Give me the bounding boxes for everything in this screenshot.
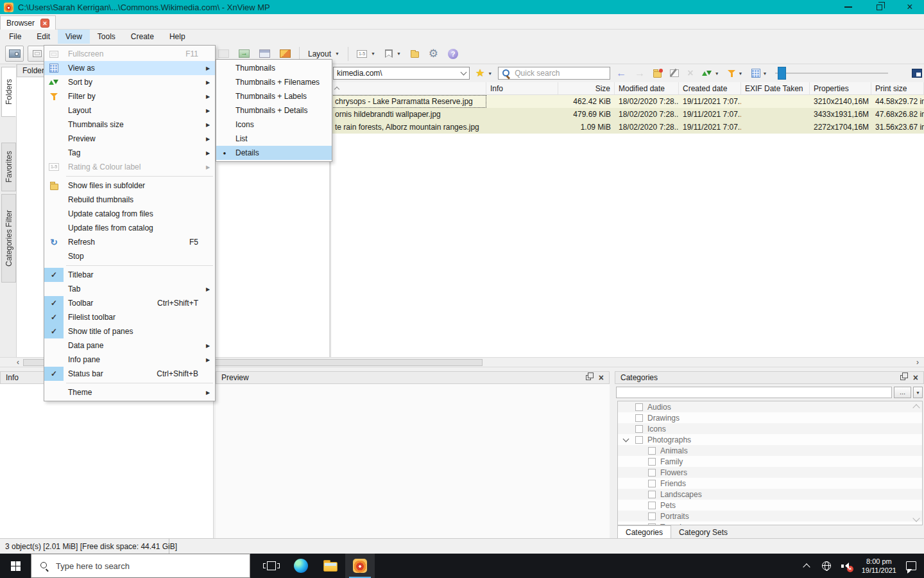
category-item-portraits[interactable]: Portraits	[618, 511, 922, 521]
sidebar-tab-folders[interactable]: Folders	[1, 67, 16, 117]
scroll-left-icon[interactable]: ‹	[13, 358, 23, 367]
taskbar-search-input[interactable]	[56, 561, 241, 571]
minimize-button[interactable]	[843, 0, 853, 14]
menu-item-show-files-in-subfolder[interactable]: Show files in subfolder	[44, 179, 215, 193]
checkbox[interactable]	[648, 491, 656, 498]
image-edit-button[interactable]	[278, 48, 292, 59]
menu-item-rebuild-thumbnails[interactable]: Rebuild thumbnails	[44, 193, 215, 207]
category-item-family[interactable]: Family	[618, 456, 922, 467]
tab-browser[interactable]: Browser ×	[0, 15, 56, 30]
column-header-properties[interactable]: Properties	[810, 82, 871, 94]
menubar-item-view[interactable]: View	[58, 30, 90, 44]
file-row[interactable]: te rain forests, Alborz mountain ranges.…	[331, 121, 924, 134]
action-center-button[interactable]	[906, 561, 916, 570]
close-icon[interactable]: ×	[913, 373, 918, 382]
column-header-info[interactable]: Info	[486, 82, 558, 94]
categories-filter-input[interactable]	[616, 387, 892, 398]
menubar-item-edit[interactable]: Edit	[29, 30, 58, 44]
checkbox[interactable]	[635, 436, 643, 444]
menu-item-theme[interactable]: Theme▶	[44, 385, 215, 399]
bookmark-dropdown[interactable]: ▼	[384, 48, 402, 59]
menu-item-tab[interactable]: Tab▶	[44, 282, 215, 296]
browse-categories-button[interactable]: ...	[894, 387, 911, 398]
quick-search-input[interactable]	[515, 69, 606, 78]
category-item-flowers[interactable]: Flowers	[618, 467, 922, 478]
menu-item-sort-by[interactable]: Sort by▶	[44, 75, 215, 89]
checkbox[interactable]	[635, 403, 643, 411]
checkbox[interactable]	[635, 414, 643, 422]
edge-button[interactable]	[286, 554, 316, 578]
close-icon[interactable]: ×	[599, 373, 604, 382]
view-mode-dropdown[interactable]: ▼	[751, 69, 767, 78]
convert-button[interactable]	[237, 48, 251, 59]
close-button[interactable]: ×	[905, 0, 915, 14]
rename-button[interactable]	[670, 69, 679, 77]
menu-item-update-catalog-from-files[interactable]: Update catalog from files	[44, 207, 215, 221]
category-item-icons[interactable]: Icons	[618, 423, 922, 434]
restore-button[interactable]	[874, 0, 884, 14]
menu-item-thumbnails-size[interactable]: Thumbnails size▶	[44, 118, 215, 132]
volume-muted-button[interactable]: ×	[841, 561, 852, 571]
tab-categories[interactable]: Categories	[617, 525, 671, 539]
task-view-button[interactable]	[257, 554, 286, 578]
category-item-photographs[interactable]: Photographs	[618, 434, 922, 445]
tab-close-icon[interactable]: ×	[40, 19, 49, 28]
sidebar-tab-categories-filter[interactable]: Categories Filter	[1, 194, 16, 283]
sort-dropdown[interactable]: ▼	[702, 69, 719, 78]
checkbox[interactable]	[648, 502, 656, 509]
start-button[interactable]	[0, 554, 31, 578]
submenu-item-icons[interactable]: Icons	[216, 118, 332, 132]
menubar-item-help[interactable]: Help	[162, 30, 193, 44]
submenu-item-thumbnails-filenames[interactable]: Thumbnails + Filenames	[216, 75, 332, 89]
column-header-print-size[interactable]: Print size	[871, 82, 924, 94]
menu-item-update-files-from-catalog[interactable]: Update files from catalog	[44, 221, 215, 235]
category-item-friends[interactable]: Friends	[618, 478, 922, 489]
file-explorer-button[interactable]	[316, 554, 345, 578]
tab-category-sets[interactable]: Category Sets	[671, 526, 735, 539]
rating-dropdown[interactable]: ▼	[355, 49, 377, 59]
xnview-button[interactable]	[345, 554, 375, 578]
menu-item-view-as[interactable]: View as▶	[44, 61, 215, 75]
layout-dropdown[interactable]: Layout▼	[307, 48, 341, 60]
new-folder-button[interactable]	[653, 69, 662, 78]
path-combobox[interactable]: kimedia.com\	[333, 67, 470, 80]
column-header-exif-date-taken[interactable]: EXIF Date Taken	[741, 82, 810, 94]
category-item-animals[interactable]: Animals	[618, 445, 922, 456]
category-item-pets[interactable]: Pets	[618, 500, 922, 511]
category-item-audios[interactable]: Audios	[618, 401, 922, 412]
menu-item-layout[interactable]: Layout▶	[44, 103, 215, 118]
menubar-item-tools[interactable]: Tools	[90, 30, 123, 44]
menu-item-info-pane[interactable]: Info pane▶	[44, 353, 215, 367]
menu-item-refresh[interactable]: RefreshF5	[44, 235, 215, 249]
checkbox[interactable]	[648, 512, 656, 520]
favorites-dropdown[interactable]: ▼	[474, 68, 493, 78]
menu-item-filelist-toolbar[interactable]: ✓Filelist toolbar	[44, 310, 215, 324]
sidebar-tab-favorites[interactable]: Favorites	[1, 143, 16, 191]
tray-expand-button[interactable]	[801, 562, 812, 570]
menubar-item-file[interactable]: File	[1, 30, 29, 44]
submenu-item-thumbnails-labels[interactable]: Thumbnails + Labels	[216, 89, 332, 103]
scroll-right-icon[interactable]: ›	[912, 358, 923, 367]
category-item-landscapes[interactable]: Landscapes	[618, 489, 922, 500]
checkbox[interactable]	[648, 480, 656, 487]
settings-button[interactable]	[427, 47, 440, 60]
submenu-item-list[interactable]: List	[216, 132, 332, 146]
category-item-drawings[interactable]: Drawings	[618, 412, 922, 423]
file-row[interactable]: chrysops - Lake Parramatta Reserve.jpg46…	[331, 95, 924, 108]
menu-item-filter-by[interactable]: Filter by▶	[44, 89, 215, 103]
checkbox[interactable]	[635, 425, 643, 433]
menu-item-stop[interactable]: Stop	[44, 249, 215, 263]
column-header-modified-date[interactable]: Modified date	[615, 82, 679, 94]
capture-button[interactable]	[258, 48, 271, 59]
menu-item-status-bar[interactable]: ✓Status barCtrl+Shift+B	[44, 367, 215, 381]
file-row[interactable]: ornis hildebrandti wallpaper.jpg479.69 K…	[331, 108, 924, 121]
menu-item-titlebar[interactable]: ✓Titlebar	[44, 268, 215, 282]
categories-dropdown-button[interactable]: ▼	[913, 387, 923, 398]
filter-dropdown[interactable]: ▼	[728, 69, 743, 78]
menu-item-preview[interactable]: Preview▶	[44, 132, 215, 146]
float-icon[interactable]	[586, 375, 591, 380]
thumbnail-size-slider[interactable]	[775, 67, 888, 80]
menu-item-toolbar[interactable]: ✓ToolbarCtrl+Shift+T	[44, 296, 215, 310]
back-button[interactable]	[616, 69, 626, 78]
checkbox[interactable]	[648, 447, 656, 455]
